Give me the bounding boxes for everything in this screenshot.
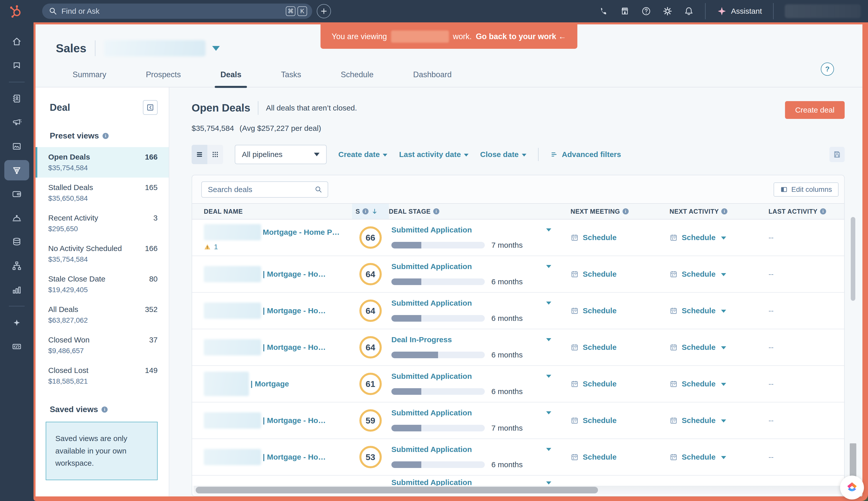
next-activity-schedule-link[interactable]: Schedule — [660, 306, 726, 315]
stage-caret-icon[interactable] — [546, 448, 551, 451]
deal-name-link[interactable]: | Mortgage — [251, 380, 289, 388]
column-deal-name[interactable]: DEAL NAME — [192, 204, 352, 219]
notifications-button[interactable] — [684, 6, 694, 16]
workspace-tab[interactable]: Prospects — [146, 70, 181, 87]
last-activity-date-filter[interactable]: Last activity date — [399, 150, 468, 159]
deal-stage-value[interactable]: Submitted Application — [391, 372, 472, 381]
deal-stage-value[interactable]: Submitted Application — [391, 408, 472, 417]
preset-view-item[interactable]: Recent Activity 3 $295,650 — [35, 208, 169, 238]
stage-caret-icon[interactable] — [546, 265, 551, 268]
stage-caret-icon[interactable] — [546, 411, 551, 414]
create-deal-button[interactable]: Create deal — [785, 101, 845, 119]
next-activity-schedule-link[interactable]: Schedule — [660, 416, 726, 425]
advanced-filters-button[interactable]: Advanced filters — [550, 150, 621, 159]
rail-service[interactable] — [4, 208, 29, 228]
next-meeting-schedule-link[interactable]: Schedule — [561, 380, 616, 388]
preset-view-item[interactable]: No Activity Scheduled 166 $35,754,584 — [35, 238, 169, 269]
deal-score-badge[interactable]: 64 — [359, 263, 382, 285]
next-meeting-schedule-link[interactable]: Schedule — [561, 343, 616, 352]
column-deal-stage[interactable]: DEAL STAGEi — [389, 204, 561, 219]
stage-caret-icon[interactable] — [546, 338, 551, 341]
account-menu[interactable] — [785, 4, 861, 18]
deal-name-link[interactable]: | Mortgage - Ho… — [263, 306, 326, 315]
collapse-sidebar-button[interactable] — [143, 100, 157, 115]
stage-caret-icon[interactable] — [546, 481, 551, 484]
assistant-button[interactable]: Assistant — [717, 6, 762, 16]
rail-content[interactable] — [4, 136, 29, 157]
stage-caret-icon[interactable] — [546, 375, 551, 378]
sort-descending-icon[interactable] — [371, 208, 378, 215]
next-meeting-schedule-link[interactable]: Schedule — [561, 270, 616, 278]
go-back-link[interactable]: Go back to your work ← — [476, 32, 567, 41]
deal-score-badge[interactable]: 53 — [359, 446, 382, 468]
horizontal-scrollbar[interactable] — [194, 486, 843, 494]
deal-score-badge[interactable]: 66 — [359, 226, 382, 249]
deal-name-link[interactable]: | Mortgage - Ho… — [263, 270, 326, 278]
rail-commerce[interactable] — [4, 184, 29, 204]
next-meeting-schedule-link[interactable]: Schedule — [561, 416, 616, 425]
global-search-input[interactable] — [62, 7, 282, 15]
next-activity-schedule-link[interactable]: Schedule — [660, 343, 726, 352]
info-icon[interactable]: i — [101, 406, 108, 413]
next-activity-schedule-link[interactable]: Schedule — [660, 453, 726, 461]
edit-columns-button[interactable]: Edit columns — [773, 182, 838, 196]
calling-button[interactable] — [598, 6, 608, 16]
workspace-tab[interactable]: Summary — [73, 70, 106, 87]
rail-reporting[interactable] — [4, 279, 29, 300]
vertical-scrollbar-thumb[interactable] — [851, 217, 855, 301]
deal-score-badge[interactable]: 61 — [359, 373, 382, 395]
close-date-filter[interactable]: Close date — [480, 150, 526, 159]
workspace-tab[interactable]: Schedule — [341, 70, 373, 87]
marketplace-button[interactable] — [620, 6, 630, 16]
next-meeting-schedule-link[interactable]: Schedule — [561, 306, 616, 315]
next-meeting-schedule-link[interactable]: Schedule — [561, 233, 616, 242]
workspace-dropdown-caret-icon[interactable] — [212, 46, 220, 51]
redacted-workspace-owner[interactable] — [104, 40, 206, 56]
rail-home[interactable] — [4, 32, 29, 52]
preset-view-item[interactable]: Stale Close Date 80 $19,429,405 — [35, 269, 169, 299]
rail-sales[interactable] — [4, 160, 29, 180]
deal-stage-value[interactable]: Submitted Application — [391, 299, 472, 307]
clickup-widget-button[interactable] — [840, 476, 864, 500]
create-date-filter[interactable]: Create date — [338, 150, 387, 159]
rail-marketing[interactable] — [4, 112, 29, 132]
deal-score-badge[interactable]: 59 — [359, 409, 382, 431]
global-search[interactable]: ⌘ K — [42, 3, 312, 19]
pipeline-select[interactable]: All pipelines — [235, 145, 327, 164]
deal-stage-value[interactable]: Submitted Application — [391, 476, 472, 486]
deal-score-badge[interactable]: 64 — [359, 299, 382, 322]
rail-automations[interactable] — [4, 256, 29, 276]
workspace-tab[interactable]: Tasks — [281, 70, 301, 87]
deal-name-link[interactable]: Mortgage - Home P… — [263, 228, 340, 236]
next-activity-schedule-link[interactable]: Schedule — [660, 380, 726, 388]
save-view-button[interactable] — [829, 147, 845, 162]
deal-stage-value[interactable]: Submitted Application — [391, 262, 472, 271]
search-deals-input[interactable] — [208, 185, 315, 194]
column-next-activity[interactable]: NEXT ACTIVITYi — [660, 204, 765, 219]
help-button[interactable] — [641, 6, 651, 16]
help-bubble-button[interactable]: ? — [821, 63, 834, 76]
info-icon[interactable]: i — [623, 208, 629, 214]
deal-name-link[interactable]: | Mortgage - Ho… — [263, 416, 326, 425]
column-score[interactable]: S i — [352, 204, 389, 219]
deal-name-link[interactable]: | Mortgage - Ho… — [263, 343, 326, 352]
rail-bookmarks[interactable] — [4, 55, 29, 76]
stage-caret-icon[interactable] — [546, 228, 551, 232]
info-icon[interactable]: i — [721, 208, 727, 214]
deal-stage-value[interactable]: Submitted Application — [391, 226, 472, 234]
row-warning[interactable]: 1 — [204, 243, 218, 251]
info-icon[interactable]: i — [433, 208, 439, 214]
workspace-tab[interactable]: Deals — [220, 70, 241, 87]
rail-ai[interactable] — [4, 312, 29, 333]
info-icon[interactable]: i — [820, 208, 826, 214]
deal-score-badge[interactable]: 64 — [359, 336, 382, 359]
settings-button[interactable] — [662, 6, 673, 16]
horizontal-scrollbar-thumb[interactable] — [196, 487, 598, 493]
preset-view-item[interactable]: Open Deals 166 $35,754,584 — [35, 147, 169, 178]
info-icon[interactable]: i — [102, 133, 109, 139]
rail-contacts[interactable] — [4, 88, 29, 109]
column-last-activity[interactable]: LAST ACTIVITYi — [765, 204, 844, 219]
list-view-button[interactable] — [191, 145, 207, 164]
stage-caret-icon[interactable] — [546, 301, 551, 305]
deal-name-link[interactable]: | Mortgage - Ho… — [263, 453, 326, 461]
